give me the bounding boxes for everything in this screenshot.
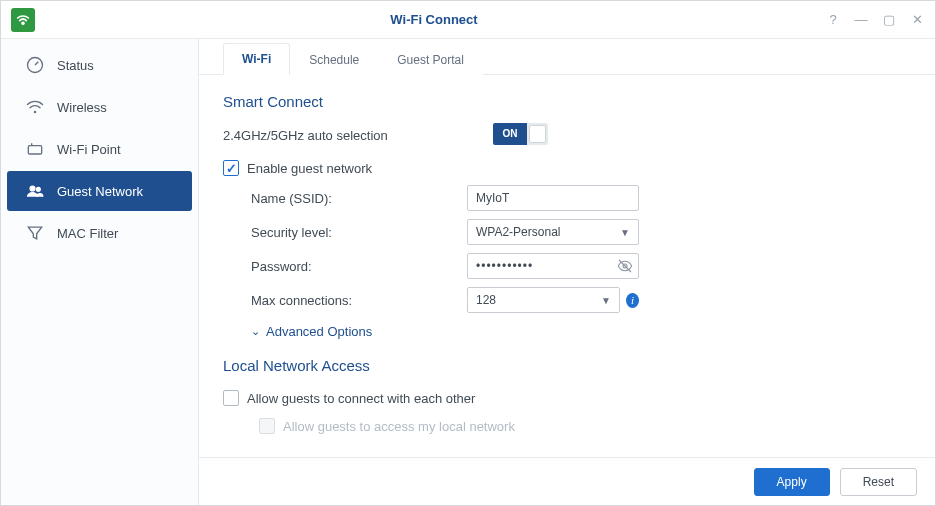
gauge-icon	[25, 55, 45, 75]
sidebar-item-status[interactable]: Status	[7, 45, 192, 85]
advanced-options-toggle[interactable]: ⌄ Advanced Options	[223, 318, 911, 345]
sidebar-item-label: Wi-Fi Point	[57, 142, 121, 157]
users-icon	[25, 181, 45, 201]
window-title: Wi-Fi Connect	[43, 12, 825, 27]
eye-off-icon[interactable]	[617, 258, 633, 277]
allow-guests-each-other-checkbox[interactable]	[223, 390, 239, 406]
sidebar-item-label: Wireless	[57, 100, 107, 115]
minimize-icon[interactable]: —	[853, 12, 869, 27]
security-value: WPA2-Personal	[476, 225, 560, 239]
svg-rect-3	[28, 146, 41, 154]
tabs: Wi-Fi Schedule Guest Portal	[199, 39, 935, 75]
allow-guests-each-other-label: Allow guests to connect with each other	[247, 391, 475, 406]
sidebar-item-mac-filter[interactable]: MAC Filter	[7, 213, 192, 253]
reset-button[interactable]: Reset	[840, 468, 917, 496]
enable-guest-checkbox[interactable]	[223, 160, 239, 176]
sidebar-item-label: Guest Network	[57, 184, 143, 199]
footer: Apply Reset	[199, 457, 935, 505]
password-input[interactable]	[467, 253, 639, 279]
toggle-on-text: ON	[493, 123, 527, 145]
maximize-icon[interactable]: ▢	[881, 12, 897, 27]
tab-schedule[interactable]: Schedule	[290, 44, 378, 75]
sidebar-item-label: Status	[57, 58, 94, 73]
section-title-smart-connect: Smart Connect	[223, 93, 911, 110]
router-icon	[25, 139, 45, 159]
svg-point-0	[22, 22, 24, 24]
sidebar: Status Wireless Wi-Fi Point Guest Networ…	[1, 39, 199, 505]
password-label: Password:	[223, 259, 467, 274]
allow-guests-local-checkbox	[259, 418, 275, 434]
security-select[interactable]: WPA2-Personal ▼	[467, 219, 639, 245]
max-conn-label: Max connections:	[223, 293, 467, 308]
chevron-down-icon: ▼	[601, 295, 611, 306]
auto-selection-label: 2.4GHz/5GHz auto selection	[223, 128, 493, 143]
enable-guest-label: Enable guest network	[247, 161, 372, 176]
wifi-icon	[25, 97, 45, 117]
sidebar-item-guest-network[interactable]: Guest Network	[7, 171, 192, 211]
help-icon[interactable]: ?	[825, 12, 841, 27]
auto-selection-toggle[interactable]: ON	[493, 123, 548, 145]
ssid-input[interactable]	[467, 185, 639, 211]
sidebar-item-wireless[interactable]: Wireless	[7, 87, 192, 127]
svg-point-2	[34, 111, 37, 114]
security-label: Security level:	[223, 225, 467, 240]
section-title-local-access: Local Network Access	[223, 357, 911, 374]
app-icon	[11, 8, 35, 32]
svg-point-4	[30, 186, 35, 191]
svg-point-5	[36, 187, 40, 191]
sidebar-item-label: MAC Filter	[57, 226, 118, 241]
chevron-down-icon: ▼	[620, 227, 630, 238]
sidebar-item-wifi-point[interactable]: Wi-Fi Point	[7, 129, 192, 169]
close-icon[interactable]: ✕	[909, 12, 925, 27]
advanced-label: Advanced Options	[266, 324, 372, 339]
filter-icon	[25, 223, 45, 243]
ssid-label: Name (SSID):	[223, 191, 467, 206]
info-icon[interactable]: i	[626, 293, 639, 308]
max-conn-select[interactable]: 128 ▼	[467, 287, 620, 313]
max-conn-value: 128	[476, 293, 496, 307]
titlebar: Wi-Fi Connect ? — ▢ ✕	[1, 1, 935, 39]
chevron-down-icon: ⌄	[251, 325, 260, 338]
toggle-knob	[529, 125, 546, 143]
tab-wifi[interactable]: Wi-Fi	[223, 43, 290, 75]
apply-button[interactable]: Apply	[754, 468, 830, 496]
tab-guest-portal[interactable]: Guest Portal	[378, 44, 483, 75]
allow-guests-local-label: Allow guests to access my local network	[283, 419, 515, 434]
